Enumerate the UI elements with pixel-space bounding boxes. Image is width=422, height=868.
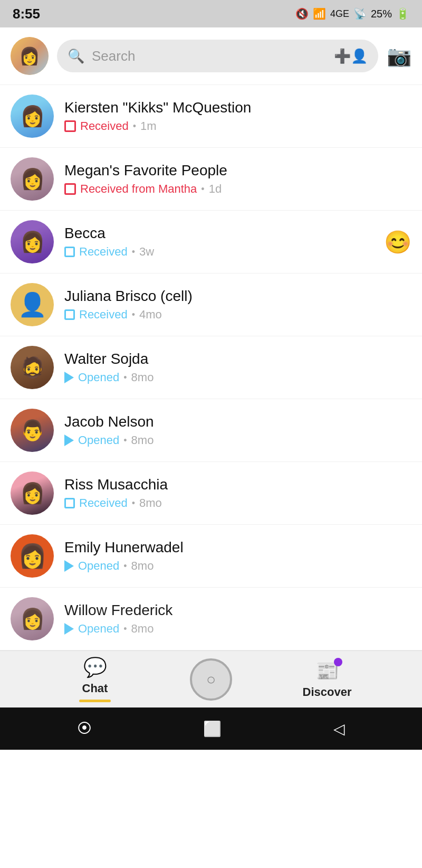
status-text-kiersten: Received bbox=[80, 119, 129, 133]
chat-nav-icon: 💬 bbox=[83, 656, 107, 678]
received-red-icon bbox=[64, 120, 76, 132]
status-text-willow: Opened bbox=[78, 622, 119, 636]
emoji-becca: 😊 bbox=[384, 229, 411, 255]
chat-status-willow: Opened • 8mo bbox=[64, 622, 411, 636]
chat-item-kiersten[interactable]: 👩 Kiersten "Kikks" McQuestion Received •… bbox=[0, 85, 422, 148]
dot-becca: • bbox=[132, 247, 135, 258]
dot-emily: • bbox=[123, 561, 127, 572]
chat-item-walter[interactable]: 🧔 Walter Sojda Opened • 8mo bbox=[0, 336, 422, 399]
chat-status-jacob: Opened • 8mo bbox=[64, 433, 411, 447]
time-jacob: 8mo bbox=[131, 433, 154, 447]
avatar-willow: 👩 bbox=[11, 597, 54, 640]
battery-icon: 🔋 bbox=[396, 7, 409, 20]
time-megan: 1d bbox=[209, 182, 222, 196]
chat-status-emily: Opened • 8mo bbox=[64, 559, 411, 573]
dot-riss: • bbox=[132, 498, 135, 509]
chat-status-kiersten: Received • 1m bbox=[64, 119, 411, 133]
chat-name-willow: Willow Frederick bbox=[64, 602, 411, 619]
header: 👩 🔍 Search ➕👤 📷 bbox=[0, 27, 422, 85]
chat-item-juliana[interactable]: 👤 Juliana Brisco (cell) Received • 4mo bbox=[0, 273, 422, 336]
received-red-icon-megan bbox=[64, 183, 76, 195]
chat-active-indicator bbox=[79, 700, 111, 702]
time-willow: 8mo bbox=[131, 622, 154, 636]
status-text-jacob: Opened bbox=[78, 433, 119, 447]
camera-button[interactable]: 📷 bbox=[387, 44, 411, 68]
add-friend-icon[interactable]: ➕👤 bbox=[334, 48, 368, 64]
time-kiersten: 1m bbox=[140, 119, 157, 133]
chat-item-willow[interactable]: 👩 Willow Frederick Opened • 8mo bbox=[0, 588, 422, 650]
status-icons: 🔇 📶 4GE 📡 25% 🔋 bbox=[295, 7, 409, 20]
chat-info-emily: Emily Hunerwadel Opened • 8mo bbox=[64, 539, 411, 573]
mute-icon: 🔇 bbox=[295, 7, 309, 20]
chat-status-juliana: Received • 4mo bbox=[64, 308, 411, 322]
opened-blue-icon-walter bbox=[64, 372, 74, 383]
chat-item-emily[interactable]: 👩 Emily Hunerwadel Opened • 8mo bbox=[0, 525, 422, 588]
dot-walter: • bbox=[123, 372, 127, 383]
opened-blue-icon-emily bbox=[64, 560, 74, 572]
android-recents-button[interactable]: ⦿ bbox=[77, 720, 92, 737]
chat-status-megan: Received from Mantha • 1d bbox=[64, 182, 411, 196]
chat-info-riss: Riss Musacchia Received • 8mo bbox=[64, 476, 411, 510]
avatar-megan: 👩 bbox=[11, 157, 54, 201]
status-text-megan: Received from Mantha bbox=[80, 182, 197, 196]
avatar-emily: 👩 bbox=[11, 534, 54, 578]
bottom-nav: 💬 Chat ○ 📰 Discover bbox=[0, 651, 422, 707]
user-avatar[interactable]: 👩 bbox=[11, 37, 49, 75]
discover-notification-dot bbox=[334, 658, 342, 666]
chat-list: 👩 Kiersten "Kikks" McQuestion Received •… bbox=[0, 85, 422, 650]
opened-blue-icon-willow bbox=[64, 623, 74, 635]
status-time: 8:55 bbox=[13, 6, 40, 22]
discover-nav-label: Discover bbox=[303, 685, 352, 699]
chat-name-becca: Becca bbox=[64, 225, 384, 242]
status-text-riss: Received bbox=[79, 496, 128, 510]
avatar-juliana: 👤 bbox=[11, 283, 54, 326]
chat-item-jacob[interactable]: 👨 Jacob Nelson Opened • 8mo bbox=[0, 399, 422, 462]
discover-nav-icon: 📰 bbox=[315, 660, 339, 682]
chat-info-jacob: Jacob Nelson Opened • 8mo bbox=[64, 413, 411, 447]
chat-item-megan[interactable]: 👩 Megan's Favorite People Received from … bbox=[0, 148, 422, 211]
received-blue-icon-juliana bbox=[64, 309, 75, 320]
opened-blue-icon-jacob bbox=[64, 435, 74, 446]
bottom-nav-overlay: 💬 Chat ○ 📰 Discover bbox=[0, 650, 422, 707]
received-blue-icon-becca bbox=[64, 247, 75, 257]
dot-kiersten: • bbox=[133, 121, 136, 132]
snap-center-button[interactable]: ○ bbox=[190, 658, 232, 701]
avatar-kiersten: 👩 bbox=[11, 95, 54, 138]
chat-nav-label: Chat bbox=[82, 682, 108, 695]
status-bar: 8:55 🔇 📶 4GE 📡 25% 🔋 bbox=[0, 0, 422, 27]
android-back-button[interactable]: ◁ bbox=[333, 720, 345, 738]
chat-info-megan: Megan's Favorite People Received from Ma… bbox=[64, 162, 411, 196]
chat-name-walter: Walter Sojda bbox=[64, 351, 411, 367]
chat-item-riss[interactable]: 👩 Riss Musacchia Received • 8mo bbox=[0, 462, 422, 525]
time-emily: 8mo bbox=[131, 559, 154, 573]
signal-icon: 📡 bbox=[353, 7, 367, 20]
android-home-button[interactable]: ⬜ bbox=[203, 720, 222, 738]
nav-discover[interactable]: 📰 Discover bbox=[232, 660, 422, 699]
camera-icon: 📷 bbox=[387, 45, 411, 67]
chat-name-megan: Megan's Favorite People bbox=[64, 162, 411, 179]
chat-status-becca: Received • 3w bbox=[64, 245, 384, 259]
chat-info-kiersten: Kiersten "Kikks" McQuestion Received • 1… bbox=[64, 99, 411, 133]
dot-juliana: • bbox=[132, 309, 135, 320]
status-text-walter: Opened bbox=[78, 371, 119, 384]
time-walter: 8mo bbox=[131, 371, 154, 384]
search-input-placeholder[interactable]: Search bbox=[92, 48, 327, 64]
status-text-becca: Received bbox=[79, 245, 128, 259]
wifi-icon: 📶 bbox=[313, 7, 326, 20]
battery-text: 25% bbox=[371, 8, 392, 20]
received-blue-icon-riss bbox=[64, 498, 75, 508]
nav-chat[interactable]: 💬 Chat bbox=[0, 656, 190, 702]
search-bar[interactable]: 🔍 Search ➕👤 bbox=[57, 40, 378, 72]
dot-megan: • bbox=[201, 184, 204, 195]
status-text-juliana: Received bbox=[79, 308, 128, 322]
chat-name-kiersten: Kiersten "Kikks" McQuestion bbox=[64, 99, 411, 116]
chat-status-walter: Opened • 8mo bbox=[64, 371, 411, 384]
chat-item-becca[interactable]: 👩 Becca Received • 3w 😊 bbox=[0, 211, 422, 273]
chat-info-walter: Walter Sojda Opened • 8mo bbox=[64, 351, 411, 384]
snap-center-icon: ○ bbox=[206, 671, 216, 688]
time-becca: 3w bbox=[139, 245, 154, 259]
chat-info-becca: Becca Received • 3w bbox=[64, 225, 384, 259]
chat-name-emily: Emily Hunerwadel bbox=[64, 539, 411, 556]
avatar-walter: 🧔 bbox=[11, 346, 54, 389]
search-icon: 🔍 bbox=[68, 48, 84, 64]
